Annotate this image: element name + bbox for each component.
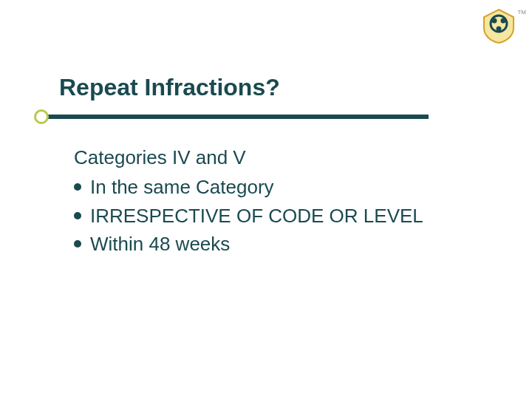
title-accent-circle-icon xyxy=(34,109,49,124)
slide-body: Categories IV and V In the same Category… xyxy=(74,144,488,259)
bullet-icon xyxy=(74,212,81,219)
bullet-icon xyxy=(74,240,81,248)
list-item: In the same Category xyxy=(74,174,488,200)
shield-logo-icon xyxy=(480,7,517,44)
bullet-text: In the same Category xyxy=(90,174,274,200)
slide: TM Repeat Infractions? Categories IV and… xyxy=(0,0,532,399)
trademark-label: TM xyxy=(517,9,526,16)
list-item: IRRESPECTIVE OF CODE OR LEVEL xyxy=(74,202,488,229)
body-intro: Categories IV and V xyxy=(74,144,488,171)
title-underline xyxy=(44,115,429,119)
list-item: Within 48 weeks xyxy=(74,231,488,257)
bullet-text: Within 48 weeks xyxy=(90,231,230,257)
bullet-text: IRRESPECTIVE OF CODE OR LEVEL xyxy=(90,202,423,229)
bullet-icon xyxy=(74,183,81,191)
brand-logo xyxy=(480,7,517,44)
svg-point-2 xyxy=(501,18,506,24)
svg-point-3 xyxy=(497,27,502,32)
bullet-list: In the same Category IRRESPECTIVE OF COD… xyxy=(74,174,488,257)
svg-point-1 xyxy=(492,18,497,24)
slide-title: Repeat Infractions? xyxy=(59,74,280,101)
